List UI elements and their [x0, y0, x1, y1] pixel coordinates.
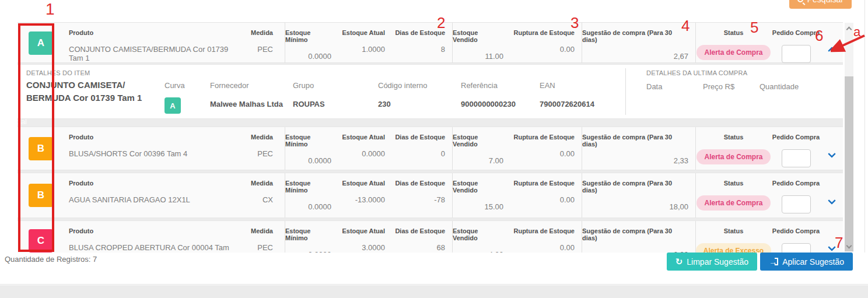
ruptura-value: 0.00 — [560, 149, 575, 158]
refresh-icon: ↻ — [676, 257, 683, 266]
estoque-minimo-value: 0.0000 — [308, 156, 331, 165]
quantidade-label: Quantidade — [760, 82, 799, 91]
page-bottom-strip — [0, 285, 868, 298]
footer-bar: Quantidade de Registros: 7 ↻ Limpar Suge… — [0, 253, 868, 285]
dias-estoque-value: 68 — [437, 243, 445, 252]
column-header-medida: Medida — [251, 227, 273, 234]
last-purchase-title: DETALHES DA ULTIMA COMPRA — [646, 69, 747, 76]
pedido-compra-input[interactable] — [782, 195, 811, 213]
column-header-produto: Produto — [69, 29, 93, 36]
annotation-number-5: 5 — [750, 19, 758, 37]
estoque-atual-value: 3.0000 — [362, 243, 385, 252]
annotation-number-3: 3 — [570, 14, 579, 32]
sugestao-value: 18,00 — [669, 202, 688, 211]
inventory-table: A Produto CONJUNTO CAMISETA/BERMUDA Cor … — [18, 22, 843, 276]
referencia-value: 9000000000230 — [461, 100, 516, 108]
column-header-produto: Produto — [69, 227, 93, 234]
status-badge: Alerta de Compra — [696, 149, 770, 164]
column-header-estoque-atual: Estoque Atual — [342, 134, 385, 141]
column-header-pedido: Pedido Compra — [772, 227, 820, 234]
column-header-estoque-atual: Estoque Atual — [342, 29, 385, 36]
medida-value: PEC — [257, 243, 273, 252]
clear-suggestion-button[interactable]: ↻ Limpar Sugestão — [667, 253, 757, 271]
column-header-pedido: Pedido Compra — [772, 134, 820, 141]
sugestao-value: 2,33 — [674, 156, 688, 165]
column-header-produto: Produto — [69, 180, 93, 187]
medida-value: PEC — [257, 45, 273, 54]
status-badge: Alerta de Compra — [696, 45, 770, 60]
column-header-pedido: Pedido Compra — [772, 29, 820, 36]
column-header-estoque-minimo: Estoque Mínimo — [285, 180, 331, 194]
estoque-vendido-value: 11.00 — [485, 52, 503, 61]
column-header-estoque-minimo: Estoque Mínimo — [285, 134, 331, 148]
scrollbar-thumb[interactable] — [845, 76, 853, 251]
pedido-compra-input[interactable] — [782, 45, 811, 63]
records-count: Quantidade de Registros: 7 — [5, 255, 97, 264]
preco-label: Preço R$ — [703, 82, 734, 91]
column-header-status: Status — [724, 134, 744, 141]
annotation-number-2: 2 — [437, 14, 445, 32]
search-button[interactable]: Pesquisar — [789, 0, 852, 9]
annotation-box-1 — [18, 23, 54, 252]
column-header-ruptura: Ruptura de Estoque — [513, 227, 575, 234]
column-header-ruptura: Ruptura de Estoque — [513, 29, 575, 36]
vertical-scrollbar[interactable] — [845, 23, 853, 253]
column-header-estoque-vendido: Estoque Vendido — [453, 180, 503, 194]
table-row: B Produto BLUSA/SHORTS Cor 00396 Tam 4 M… — [18, 127, 843, 170]
product-name: BLUSA/SHORTS Cor 00396 Tam 4 — [69, 149, 187, 158]
codigo-interno-value: 230 — [378, 100, 391, 108]
column-header-medida: Medida — [251, 180, 273, 187]
apply-suggestion-button[interactable]: → Aplicar Sugestão — [760, 253, 853, 271]
column-header-estoque-atual: Estoque Atual — [342, 180, 385, 187]
apply-suggestion-label: Aplicar Sugestão — [782, 257, 844, 267]
clear-suggestion-label: Limpar Sugestão — [687, 257, 748, 267]
dias-estoque-value: 8 — [441, 45, 445, 54]
fornecedor-label: Fornecedor — [210, 81, 249, 90]
column-header-status: Status — [724, 180, 744, 187]
referencia-label: Referência — [461, 81, 498, 90]
estoque-minimo-value: 0.0000 — [308, 52, 331, 61]
column-header-pedido: Pedido Compra — [772, 180, 820, 187]
detail-divider — [625, 68, 626, 115]
column-header-sugestao: Sugestão de compra (Para 30 dias) — [582, 227, 688, 241]
scroll-up-icon[interactable] — [846, 27, 852, 33]
sugestao-value: 2,67 — [674, 52, 688, 61]
curva-badge: A — [164, 97, 181, 114]
column-header-estoque-vendido: Estoque Vendido — [453, 227, 503, 241]
ruptura-value: 0.00 — [560, 45, 575, 54]
data-label: Data — [646, 82, 662, 91]
table-row: B Produto AGUA SANITARIA DRAGAO 12X1L Me… — [18, 173, 843, 218]
annotation-number-4: 4 — [681, 17, 690, 35]
curva-label: Curva — [164, 81, 185, 90]
dias-estoque-value: -78 — [434, 195, 445, 204]
pedido-compra-input[interactable] — [782, 149, 811, 167]
status-badge: Alerta de Compra — [696, 195, 770, 211]
column-header-ruptura: Ruptura de Estoque — [513, 180, 575, 187]
item-detail-panel: DETALHES DO ITEM CONJUNTO CAMISETA/BERMU… — [18, 65, 843, 118]
chevron-down-icon[interactable] — [828, 197, 836, 205]
column-header-estoque-vendido: Estoque Vendido — [453, 134, 503, 148]
annotation-number-6: 6 — [815, 27, 823, 45]
estoque-atual-value: 1.0000 — [362, 45, 385, 54]
ean-label: EAN — [540, 81, 555, 90]
search-button-label: Pesquisar — [807, 0, 844, 4]
estoque-minimo-value: 0.0000 — [308, 202, 331, 211]
column-header-sugestao: Sugestão de compra (Para 30 dias) — [582, 180, 688, 194]
chevron-down-icon[interactable] — [828, 149, 836, 157]
estoque-atual-value: 0.0000 — [362, 149, 385, 158]
column-header-medida: Medida — [251, 29, 273, 36]
column-header-dias-estoque: Dias de Estoque — [395, 134, 445, 141]
column-header-sugestao: Sugestão de compra (Para 30 dias) — [582, 134, 688, 148]
product-name: AGUA SANITARIA DRAGAO 12X1L — [69, 195, 190, 204]
column-header-estoque-vendido: Estoque Vendido — [453, 29, 503, 43]
column-header-produto: Produto — [69, 134, 93, 141]
estoque-vendido-value: 7.00 — [489, 156, 503, 165]
dias-estoque-value: 0 — [441, 149, 445, 158]
column-header-dias-estoque: Dias de Estoque — [395, 227, 445, 234]
fornecedor-value: Malwee Malhas Ltda — [210, 100, 283, 108]
grupo-label: Grupo — [293, 81, 314, 90]
table-row: A Produto CONJUNTO CAMISETA/BERMUDA Cor … — [18, 23, 843, 62]
apply-arrow-icon: → — [769, 257, 778, 267]
column-header-estoque-minimo: Estoque Mínimo — [285, 29, 331, 43]
product-name: CONJUNTO CAMISETA/BERMUDA Cor 01739 Tam … — [69, 45, 233, 62]
